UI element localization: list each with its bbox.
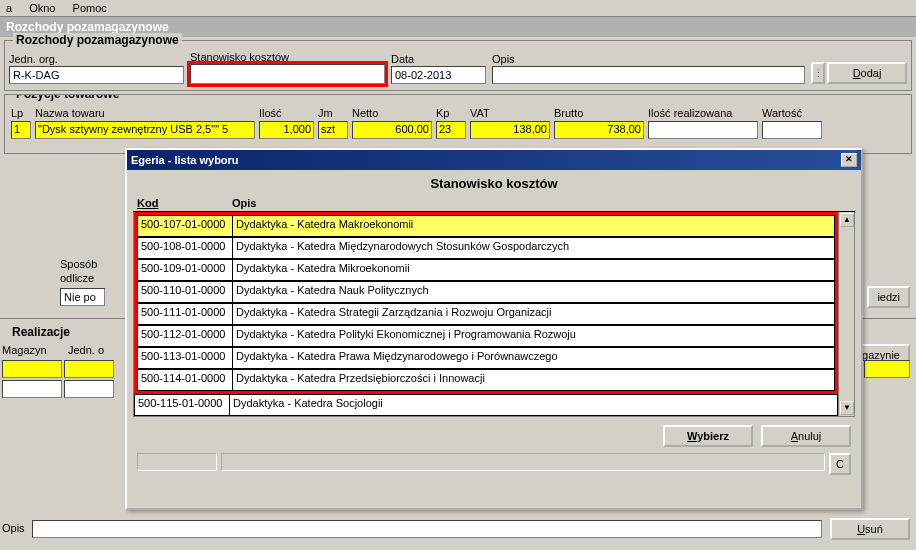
label-data: Data (391, 53, 486, 65)
col-kod[interactable]: Kod (137, 197, 232, 209)
cell-opis: Dydaktyka - Katedra Prawa Międzynarodowe… (232, 347, 835, 369)
cell-blank[interactable] (64, 380, 114, 398)
col-opis[interactable]: Opis (232, 197, 855, 209)
cell-ilosc[interactable]: 1,000 (259, 121, 314, 139)
cell-jm[interactable]: szt (318, 121, 348, 139)
cell-kod: 500-111-01-0000 (137, 303, 232, 325)
dialog-titlebar[interactable]: Egeria - lista wyboru ✕ (127, 150, 861, 170)
group-legend: Rozchody pozamagazynowe (13, 33, 182, 47)
cell-opis: Dydaktyka - Katedra Mikroekonomii (232, 259, 835, 281)
cell-kod: 500-112-01-0000 (137, 325, 232, 347)
list-header: Kod Opis (133, 197, 855, 212)
list-item[interactable]: 500-107-01-0000 Dydaktyka - Katedra Makr… (137, 215, 835, 237)
scroll-up-icon[interactable]: ▲ (840, 213, 854, 227)
input-opis[interactable] (492, 66, 805, 84)
button-iedzi[interactable]: iedzi (867, 286, 910, 308)
cell-kod: 500-110-01-0000 (137, 281, 232, 303)
list-item[interactable]: 500-108-01-0000 Dydaktyka - Katedra Międ… (137, 237, 835, 259)
cell-opis: Dydaktyka - Katedra Przedsiębiorczości i… (232, 369, 835, 391)
cell-opis: Dydaktyka - Katedra Strategii Zarządzani… (232, 303, 835, 325)
col-nazwa: Nazwa towaru (35, 107, 255, 119)
cell-nazwa[interactable]: "Dysk sztywny zewnętrzny USB 2,5"" 5 (35, 121, 255, 139)
cell-kod: 500-113-01-0000 (137, 347, 232, 369)
label-jedn-o: Jedn. o (68, 344, 104, 356)
dialog-lista-wyboru: Egeria - lista wyboru ✕ Stanowisko koszt… (125, 148, 863, 510)
label-opis: Opis (492, 53, 805, 65)
cell-magazyn[interactable] (2, 360, 62, 378)
list-item[interactable]: 500-110-01-0000 Dydaktyka - Katedra Nauk… (137, 281, 835, 303)
scroll-down-icon[interactable]: ▼ (840, 401, 854, 415)
input-opis-bottom[interactable] (32, 520, 822, 538)
label-realizacje: Realizacje (12, 325, 70, 339)
status-field (137, 453, 217, 471)
menubar: a Okno Pomoc (0, 0, 916, 17)
button-usun[interactable]: Usuń (830, 518, 910, 540)
col-netto: Netto (352, 107, 432, 119)
cell-blank[interactable] (2, 380, 62, 398)
group-legend-pozycje: Pozycje towarowe (13, 94, 122, 101)
col-iloscreal: Ilość realizowana (648, 107, 758, 119)
cancel-button[interactable]: Anuluj (761, 425, 851, 447)
menu-item[interactable]: a (6, 2, 12, 14)
cell-opis: Dydaktyka - Katedra Makroekonomii (232, 215, 835, 237)
cell-lp[interactable]: 1 (11, 121, 31, 139)
dialog-title-text: Egeria - lista wyboru (131, 154, 239, 166)
label-opis-bottom: Opis (2, 522, 25, 534)
menu-item-okno[interactable]: Okno (29, 2, 55, 14)
list-item[interactable]: 500-115-01-0000 Dydaktyka - Katedra Socj… (134, 394, 838, 416)
cell-opis: Dydaktyka - Katedra Międzynarodowych Sto… (232, 237, 835, 259)
cell-kod: 500-109-01-0000 (137, 259, 232, 281)
cell-brutto[interactable]: 738,00 (554, 121, 644, 139)
group-pozycje: Pozycje towarowe Lp Nazwa towaru Ilość J… (4, 94, 912, 154)
cell-kod: 500-108-01-0000 (137, 237, 232, 259)
scrollbar[interactable]: ▲ ▼ (838, 212, 854, 416)
input-stanowisko[interactable] (190, 64, 385, 84)
cell-iloscreal[interactable] (648, 121, 758, 139)
close-icon[interactable]: ✕ (841, 153, 857, 167)
selection-list: 500-107-01-0000 Dydaktyka - Katedra Makr… (134, 212, 838, 416)
menu-item-pomoc[interactable]: Pomoc (73, 2, 107, 14)
cell-kp[interactable]: 23 (436, 121, 466, 139)
col-vat: VAT (470, 107, 550, 119)
col-kp: Kp (436, 107, 466, 119)
cell-netto[interactable]: 600,00 (352, 121, 432, 139)
input-jedn-org[interactable] (9, 66, 184, 84)
label-magazyn: Magazyn (2, 344, 47, 356)
list-item[interactable]: 500-111-01-0000 Dydaktyka - Katedra Stra… (137, 303, 835, 325)
dots-button[interactable]: ⋮ (811, 62, 825, 84)
cell-opis: Dydaktyka - Katedra Socjologii (229, 394, 838, 416)
cell-right-yellow[interactable] (864, 360, 910, 378)
cell-jedn[interactable] (64, 360, 114, 378)
label-odlicze: odlicze (60, 272, 94, 284)
col-ilosc: Ilość (259, 107, 314, 119)
list-item[interactable]: 500-114-01-0000 Dydaktyka - Katedra Prze… (137, 369, 835, 391)
cell-opis: Dydaktyka - Katedra Nauk Politycznych (232, 281, 835, 303)
dialog-heading: Stanowisko kosztów (133, 174, 855, 197)
list-item[interactable]: 500-109-01-0000 Dydaktyka - Katedra Mikr… (137, 259, 835, 281)
cell-kod: 500-115-01-0000 (134, 394, 229, 416)
cell-kod: 500-107-01-0000 (137, 215, 232, 237)
c-button[interactable]: C (829, 453, 851, 475)
select-button[interactable]: Wybierz (663, 425, 753, 447)
input-data[interactable] (391, 66, 486, 84)
col-wartosc: Wartość (762, 107, 822, 119)
add-button[interactable]: Dodaj (827, 62, 907, 84)
list-item[interactable]: 500-113-01-0000 Dydaktyka - Katedra Praw… (137, 347, 835, 369)
cell-opis: Dydaktyka - Katedra Polityki Ekonomiczne… (232, 325, 835, 347)
col-lp: Lp (11, 107, 31, 119)
label-jedn-org: Jedn. org. (9, 53, 184, 65)
status-field (221, 453, 825, 471)
label-sposob: Sposób (60, 258, 97, 270)
col-brutto: Brutto (554, 107, 644, 119)
cell-kod: 500-114-01-0000 (137, 369, 232, 391)
cell-vat[interactable]: 138,00 (470, 121, 550, 139)
input-niepod[interactable] (60, 288, 105, 306)
label-stanowisko: Stanowisko kosztów (190, 51, 385, 63)
group-rozchody: Rozchody pozamagazynowe Jedn. org. Stano… (4, 40, 912, 91)
cell-wartosc[interactable] (762, 121, 822, 139)
list-item[interactable]: 500-112-01-0000 Dydaktyka - Katedra Poli… (137, 325, 835, 347)
col-jm: Jm (318, 107, 348, 119)
